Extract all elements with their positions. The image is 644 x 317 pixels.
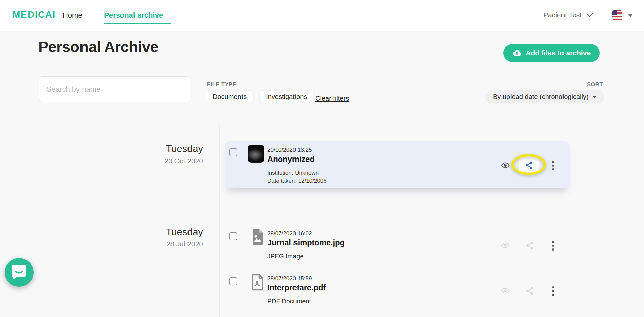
search-input[interactable]	[39, 76, 190, 102]
clear-filters-link[interactable]: Clear filters	[315, 95, 349, 102]
file-type-label: FILE TYPE	[207, 82, 236, 88]
active-tab-underline	[104, 23, 171, 24]
file-checkbox[interactable]	[229, 277, 237, 285]
file-timestamp: 20/10/2020 13:25	[267, 147, 327, 153]
more-options-icon[interactable]	[552, 161, 554, 170]
pdf-file-icon[interactable]	[251, 274, 264, 291]
more-options-icon[interactable]	[552, 241, 554, 251]
add-files-button[interactable]: Add files to archive	[503, 44, 600, 62]
add-files-button-label: Add files to archive	[526, 49, 591, 57]
group-date: 28 Jul 2020	[102, 240, 203, 248]
chip-investigations[interactable]: Investigations	[259, 90, 314, 103]
page-title: Personal Archive	[38, 38, 158, 56]
preview-eye-icon[interactable]	[501, 161, 510, 170]
cloud-upload-icon	[513, 49, 521, 57]
sort-label: SORT	[587, 82, 603, 88]
chat-launcher-button[interactable]	[5, 258, 34, 287]
preview-eye-icon[interactable]	[501, 241, 510, 250]
file-subtitle: JPEG Image	[267, 252, 345, 260]
share-icon[interactable]	[525, 241, 534, 250]
sort-caret-down-icon	[592, 96, 597, 98]
nav-link-home[interactable]: Home	[63, 11, 83, 20]
nav-link-personal-archive[interactable]: Personal archive	[104, 11, 163, 20]
file-institution: Institution: Unknown	[267, 169, 327, 177]
user-menu[interactable]: Pacient Test	[543, 11, 593, 19]
user-name: Pacient Test	[543, 11, 582, 19]
file-checkbox[interactable]	[229, 232, 237, 240]
group-date: 20 Oct 2020	[102, 157, 203, 165]
share-icon[interactable]	[525, 286, 534, 295]
sort-dropdown-value: By upload date (chronologically)	[493, 93, 592, 101]
file-info: 28/07/2020 16:02 Jurnal simptome.jpg JPE…	[267, 230, 345, 260]
jpeg-file-icon[interactable]	[251, 229, 264, 245]
file-timestamp: 28/07/2020 15:59	[267, 275, 326, 282]
file-subtitle: PDF Document	[267, 297, 326, 305]
file-date-taken: Date taken: 12/10/2006	[267, 177, 327, 185]
file-type-chips: Documents Investigations	[206, 90, 314, 103]
share-icon[interactable]	[525, 161, 533, 169]
chip-documents[interactable]: Documents	[206, 90, 254, 103]
file-info: 28/07/2020 15:59 Interpretare.pdf PDF Do…	[267, 275, 326, 305]
file-info: 20/10/2020 13:25 Anonymized Institution:…	[267, 147, 327, 185]
group-day: Tuesday	[102, 143, 203, 154]
language-caret-down-icon[interactable]	[628, 14, 633, 17]
date-group-label: Tuesday 20 Oct 2020	[102, 143, 203, 165]
chevron-down-icon	[586, 13, 593, 17]
group-day: Tuesday	[102, 227, 203, 238]
more-options-icon[interactable]	[552, 286, 554, 296]
date-group-label: Tuesday 28 Jul 2020	[102, 227, 203, 248]
ct-scan-thumbnail[interactable]	[248, 145, 264, 163]
preview-eye-icon[interactable]	[501, 286, 510, 295]
medicai-logo[interactable]: MEDICAI	[12, 9, 56, 20]
file-name[interactable]: Anonymized	[267, 154, 327, 164]
sort-dropdown[interactable]: By upload date (chronologically)	[485, 90, 604, 103]
file-checkbox[interactable]	[229, 148, 237, 156]
timeline-divider	[219, 125, 220, 317]
personal-archive-page: MEDICAI Home Personal archive Pacient Te…	[0, 0, 644, 317]
file-timestamp: 28/07/2020 16:02	[267, 230, 345, 237]
file-name[interactable]: Interpretare.pdf	[267, 283, 326, 292]
chat-bubble-icon	[12, 265, 26, 280]
top-navbar: MEDICAI Home Personal archive Pacient Te…	[0, 0, 644, 31]
us-flag-icon[interactable]	[612, 10, 622, 20]
file-name[interactable]: Jurnal simptome.jpg	[267, 238, 345, 247]
